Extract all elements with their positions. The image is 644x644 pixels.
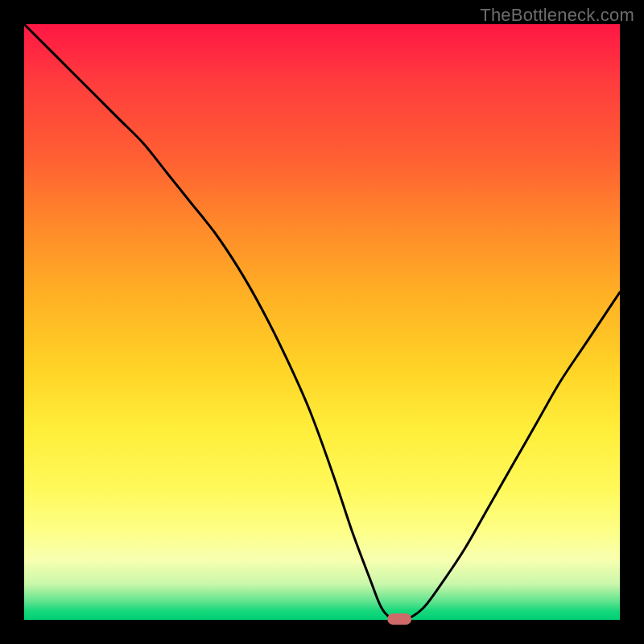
watermark-text: TheBottleneck.com <box>480 5 634 26</box>
chart-frame: TheBottleneck.com <box>0 0 644 644</box>
plot-gradient-area <box>24 24 620 620</box>
bottleneck-curve-path <box>24 24 620 621</box>
minimum-marker <box>387 613 411 625</box>
bottleneck-curve-svg <box>24 24 620 620</box>
